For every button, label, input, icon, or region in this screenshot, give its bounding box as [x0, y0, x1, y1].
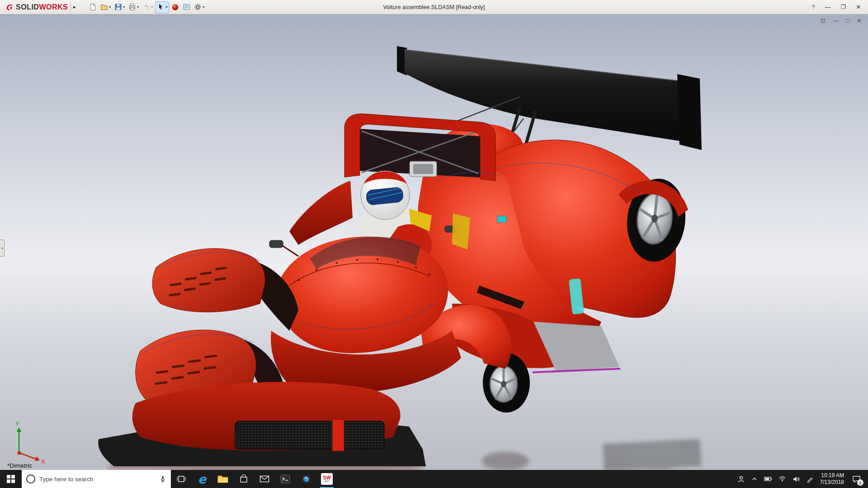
new-document-icon [89, 3, 97, 11]
pen-button[interactable] [803, 470, 816, 488]
solidworks-app-icon: SW 2017 [321, 473, 333, 485]
windows-taskbar: e [0, 470, 868, 488]
menu-flyout-button[interactable]: ▸ [71, 1, 78, 13]
network-icon [778, 476, 786, 482]
taskbar-clock[interactable]: 10:19 AM 7/13/2018 [816, 472, 848, 486]
undo-icon [142, 3, 150, 11]
store-button[interactable] [233, 470, 254, 488]
microphone-icon[interactable] [159, 475, 166, 483]
rollbar-camera-box [410, 161, 437, 177]
file-explorer-button[interactable] [212, 470, 233, 488]
save-icon [114, 3, 122, 11]
svg-text:X: X [41, 458, 45, 465]
left-cowl [289, 181, 353, 245]
clock-date: 7/13/2018 [820, 479, 844, 486]
ds-logo-icon [5, 3, 14, 11]
notification-badge: 2 [857, 479, 863, 486]
featuremanager-collapsed-handle[interactable]: ◂ [0, 239, 5, 257]
help-button[interactable]: ? [807, 4, 819, 10]
solidworks-window: SOLIDWORKS ▸ ▾ [0, 0, 868, 488]
taskbar-search[interactable] [22, 470, 171, 488]
windows-logo-icon [7, 475, 15, 483]
solidworks-taskbar-button[interactable]: SW 2017 [316, 470, 337, 488]
battery-icon [764, 476, 772, 482]
file-explorer-icon [217, 474, 228, 483]
volume-icon [793, 476, 800, 483]
title-bar: SOLIDWORKS ▸ ▾ [0, 0, 868, 14]
brand-text: SOLIDWORKS [16, 3, 68, 11]
cortana-icon [26, 474, 35, 483]
print-button[interactable]: ▾ [127, 1, 140, 13]
maximize-button[interactable]: ❐ [836, 2, 850, 13]
mail-icon [259, 475, 269, 483]
hidden-icons-button[interactable] [748, 470, 761, 488]
document-close-icon[interactable]: ✕ [857, 17, 862, 24]
clock-time: 10:19 AM [820, 472, 844, 479]
network-button[interactable] [775, 470, 789, 488]
new-document-button[interactable] [88, 1, 98, 13]
grille-pylon [332, 419, 344, 451]
task-pane-button[interactable] [181, 1, 192, 13]
edge-icon: e [198, 473, 206, 485]
graphics-viewport[interactable]: ⊡ — □ ✕ ◂ [0, 14, 868, 470]
search-input[interactable] [39, 476, 155, 483]
system-tray: 10:19 AM 7/13/2018 2 [734, 470, 868, 488]
terminal-button[interactable] [275, 470, 296, 488]
people-icon [737, 475, 745, 483]
race-car-model: Y X [0, 14, 868, 470]
cad-viewer-icon [301, 474, 311, 483]
task-view-button[interactable] [171, 470, 192, 488]
edge-button[interactable]: e [192, 470, 212, 488]
appearance-sphere-icon [171, 3, 179, 11]
task-pane-icon [183, 3, 190, 11]
save-dropdown[interactable]: ▾ [123, 5, 125, 9]
start-button[interactable] [0, 470, 22, 488]
svg-text:Y: Y [15, 420, 19, 427]
select-dropdown[interactable]: ▾ [165, 5, 167, 9]
document-window-controls: ⊡ — □ ✕ [821, 17, 862, 24]
close-button[interactable]: ✕ [852, 2, 865, 13]
yellow-cockpit-panel [452, 213, 470, 249]
cad-viewer-button[interactable] [296, 470, 316, 488]
save-button[interactable]: ▾ [113, 1, 126, 13]
mail-button[interactable] [254, 470, 275, 488]
quick-access-toolbar: ▾ ▾ ▾ [88, 1, 206, 13]
options-dropdown[interactable]: ▾ [203, 5, 204, 9]
open-button[interactable]: ▾ [99, 1, 112, 13]
options-button[interactable]: ▾ [193, 1, 206, 13]
terminal-icon [280, 474, 290, 483]
gear-icon [194, 3, 202, 11]
minimize-button[interactable]: — [821, 2, 835, 13]
view-orientation-label: *Dimetric [7, 462, 32, 469]
document-minimize-icon[interactable]: — [833, 17, 839, 24]
battery-button[interactable] [761, 470, 775, 488]
open-dropdown[interactable]: ▾ [109, 5, 111, 9]
pinned-apps: e [171, 470, 337, 488]
left-mirror [269, 240, 298, 256]
document-maximize-icon[interactable]: □ [846, 17, 849, 24]
people-button[interactable] [734, 470, 748, 488]
orientation-triad: Y X [15, 420, 45, 465]
undo-button[interactable]: ▾ [141, 1, 154, 13]
task-view-icon [177, 474, 186, 483]
pen-icon [807, 476, 813, 483]
print-icon [128, 3, 136, 11]
chevron-up-icon [751, 476, 758, 482]
solidworks-logo[interactable]: SOLIDWORKS [3, 3, 71, 11]
volume-button[interactable] [789, 470, 803, 488]
appearance-button[interactable] [170, 1, 180, 13]
document-restore-icon[interactable]: ⊡ [821, 17, 826, 24]
action-center-button[interactable]: 2 [848, 470, 865, 488]
open-folder-icon [100, 3, 108, 11]
cyan-detail [497, 216, 506, 222]
front-grille [235, 421, 384, 449]
select-tool-button[interactable]: ▾ [155, 1, 169, 13]
select-arrow-icon [157, 3, 165, 11]
print-dropdown[interactable]: ▾ [137, 5, 139, 9]
store-icon [239, 474, 248, 483]
undo-dropdown[interactable]: ▾ [151, 5, 153, 9]
window-controls: ? — ❐ ✕ [807, 2, 865, 13]
